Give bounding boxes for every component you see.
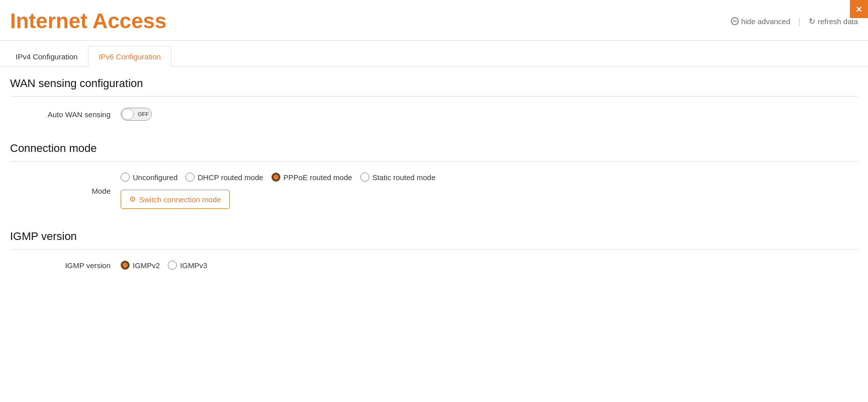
mode-option-unconfigured-label: Unconfigured bbox=[133, 173, 177, 182]
mode-option-dhcp-label: DHCP routed mode bbox=[198, 173, 263, 182]
radio-unconfigured[interactable] bbox=[121, 173, 130, 182]
mode-radio-group: Unconfigured DHCP routed mode PPPoE rout… bbox=[121, 173, 436, 182]
mode-row: Mode Unconfigured DHCP routed mode PPPoE… bbox=[10, 162, 858, 220]
toggle-knob bbox=[122, 109, 134, 120]
radio-pppoe[interactable] bbox=[271, 173, 280, 182]
mode-option-pppoe-label: PPPoE routed mode bbox=[283, 173, 352, 182]
switch-mode-button-label: Switch connection mode bbox=[139, 195, 221, 204]
tab-ipv4[interactable]: IPv4 Configuration bbox=[5, 46, 88, 67]
radio-igmpv2[interactable] bbox=[121, 261, 130, 270]
wan-sensing-section-title: WAN sensing configuration bbox=[10, 67, 858, 97]
igmp-version-label: IGMP version bbox=[30, 261, 111, 270]
radio-igmpv3[interactable] bbox=[168, 261, 177, 270]
refresh-data-label: refresh data bbox=[818, 17, 858, 26]
igmp-radio-group: IGMPv2 IGMPv3 bbox=[121, 261, 207, 270]
auto-wan-toggle[interactable]: OFF bbox=[121, 108, 152, 121]
mode-option-dhcp[interactable]: DHCP routed mode bbox=[185, 173, 263, 182]
igmp-section-title: IGMP version bbox=[10, 220, 858, 250]
toggle-state: OFF bbox=[138, 111, 149, 117]
hide-advanced-button[interactable]: hide advanced bbox=[731, 17, 791, 26]
mode-option-static[interactable]: Static routed mode bbox=[360, 173, 436, 182]
close-button[interactable]: × bbox=[850, 0, 868, 18]
mode-label: Mode bbox=[30, 187, 111, 195]
auto-wan-label: Auto WAN sensing bbox=[30, 110, 111, 119]
mode-option-pppoe[interactable]: PPPoE routed mode bbox=[271, 173, 352, 182]
igmpv2-label: IGMPv2 bbox=[133, 261, 160, 270]
header-actions: hide advanced | ↻ refresh data bbox=[731, 16, 858, 27]
igmpv3-label: IGMPv3 bbox=[180, 261, 207, 270]
header-divider: | bbox=[798, 16, 801, 27]
switch-connection-mode-button[interactable]: ⚙ Switch connection mode bbox=[121, 190, 230, 209]
gear-icon: ⚙ bbox=[129, 195, 136, 204]
main-content: WAN sensing configuration Auto WAN sensi… bbox=[0, 67, 868, 281]
hide-advanced-label: hide advanced bbox=[741, 17, 791, 26]
igmp-version-row: IGMP version IGMPv2 IGMPv3 bbox=[10, 250, 858, 281]
tab-ipv6[interactable]: IPv6 Configuration bbox=[88, 46, 171, 67]
page-title: Internet Access bbox=[10, 9, 166, 33]
igmp-option-v3[interactable]: IGMPv3 bbox=[168, 261, 207, 270]
connection-mode-section-title: Connection mode bbox=[10, 132, 858, 162]
mode-options-col: Unconfigured DHCP routed mode PPPoE rout… bbox=[121, 173, 436, 209]
mode-option-unconfigured[interactable]: Unconfigured bbox=[121, 173, 177, 182]
radio-static[interactable] bbox=[360, 173, 369, 182]
page-header: Internet Access hide advanced | ↻ refres… bbox=[0, 0, 868, 41]
refresh-icon: ↻ bbox=[809, 17, 815, 26]
minus-icon bbox=[731, 17, 739, 25]
auto-wan-row: Auto WAN sensing OFF bbox=[10, 97, 858, 132]
radio-dhcp[interactable] bbox=[185, 173, 195, 182]
mode-option-static-label: Static routed mode bbox=[372, 173, 436, 182]
igmp-option-v2[interactable]: IGMPv2 bbox=[121, 261, 160, 270]
tabs-container: IPv4 Configuration IPv6 Configuration bbox=[0, 46, 868, 67]
